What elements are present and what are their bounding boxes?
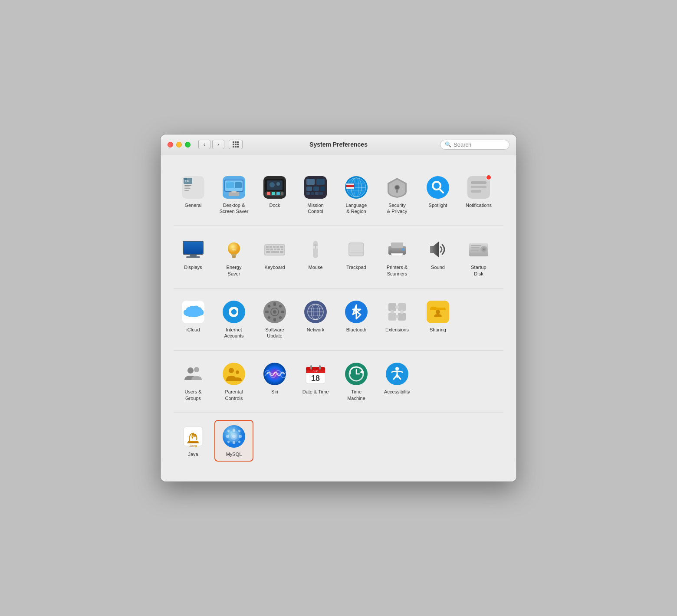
svg-rect-14	[184, 187, 190, 187]
grid-view-button[interactable]	[229, 140, 243, 149]
back-button[interactable]: ‹	[198, 140, 210, 149]
system-preferences-window: ‹ › System Preferences 🔍	[161, 134, 516, 482]
svg-point-172	[395, 367, 399, 370]
pref-accessibility[interactable]: Accessibility	[378, 357, 417, 406]
pref-trackpad[interactable]: Trackpad	[337, 233, 376, 281]
dock-label: Dock	[269, 202, 280, 208]
pref-startup[interactable]: StartupDisk	[459, 233, 498, 281]
trackpad-label: Trackpad	[346, 264, 366, 270]
pref-users[interactable]: Users &Groups	[174, 357, 213, 406]
mouse-label: Mouse	[308, 264, 322, 270]
pref-keyboard[interactable]: Keyboard	[255, 233, 294, 281]
svg-text:File: File	[185, 180, 190, 182]
desktop-icon-wrap	[222, 175, 246, 200]
desktop-icon	[223, 176, 245, 199]
svg-point-74	[228, 242, 240, 255]
network-icon-wrap	[303, 300, 328, 324]
pref-sound[interactable]: Sound	[418, 233, 457, 281]
pref-java[interactable]: Java Java	[174, 420, 213, 462]
svg-rect-81	[269, 246, 272, 248]
svg-point-132	[273, 310, 276, 314]
pref-mission[interactable]: MissionControl	[296, 171, 335, 219]
pref-datetime[interactable]: 18 Jun Date & Time	[296, 357, 335, 406]
svg-rect-124	[273, 318, 276, 321]
svg-rect-24	[235, 182, 242, 188]
mouse-icon	[304, 238, 327, 261]
pref-network[interactable]: Network	[296, 295, 335, 344]
pref-sharing[interactable]: Sharing	[418, 295, 457, 344]
svg-rect-54	[346, 183, 354, 185]
software-update-icon-wrap	[263, 300, 287, 324]
pref-printers[interactable]: Printers &Scanners	[378, 233, 417, 281]
keyboard-label: Keyboard	[264, 264, 285, 270]
svg-point-118	[223, 301, 245, 323]
timemachine-label: TimeMachine	[347, 389, 365, 401]
pref-language[interactable]: Language& Region	[337, 171, 376, 219]
search-input[interactable]	[454, 141, 505, 148]
icloud-icon-wrap	[181, 300, 205, 324]
startup-icon	[467, 238, 490, 261]
general-icon-wrap: File	[181, 175, 205, 200]
svg-point-94	[314, 244, 317, 246]
notifications-icon-wrap	[467, 175, 491, 200]
extensions-icon	[386, 301, 408, 323]
pref-siri[interactable]: Siri	[255, 357, 294, 406]
pref-dock[interactable]: Dock	[255, 171, 294, 219]
pref-timemachine[interactable]: TimeMachine	[337, 357, 376, 406]
startup-label: StartupDisk	[471, 264, 486, 277]
displays-icon	[182, 238, 204, 261]
pref-desktop[interactable]: Desktop &Screen Saver	[214, 171, 253, 219]
minimize-button[interactable]	[176, 142, 182, 147]
svg-rect-23	[227, 181, 230, 183]
pref-security[interactable]: Security& Privacy	[378, 171, 417, 219]
general-icon: File	[182, 176, 204, 199]
mysql-icon-wrap	[222, 424, 246, 449]
datetime-label: Date & Time	[302, 389, 329, 395]
search-box[interactable]: 🔍	[440, 140, 509, 150]
svg-point-112	[483, 249, 485, 250]
pref-mouse[interactable]: Mouse	[296, 233, 335, 281]
pref-extensions[interactable]: Extensions	[378, 295, 417, 344]
pref-general[interactable]: File General	[174, 171, 213, 219]
users-icon-wrap	[181, 362, 205, 386]
startup-icon-wrap	[467, 237, 491, 262]
svg-rect-123	[273, 302, 276, 306]
svg-rect-181	[233, 429, 235, 432]
svg-rect-40	[320, 187, 325, 191]
svg-point-145	[395, 305, 399, 309]
pref-software-update[interactable]: SoftwareUpdate	[255, 295, 294, 344]
svg-rect-182	[233, 441, 235, 444]
software-update-label: SoftwareUpdate	[265, 327, 284, 339]
pref-mysql[interactable]: MySQL	[214, 420, 253, 462]
svg-rect-87	[274, 249, 276, 250]
pref-internet-accounts[interactable]: InternetAccounts	[214, 295, 253, 344]
security-label: Security& Privacy	[387, 202, 407, 215]
svg-rect-37	[316, 179, 325, 185]
pref-displays[interactable]: Displays	[174, 233, 213, 281]
svg-rect-39	[313, 187, 319, 191]
titlebar: ‹ › System Preferences 🔍	[161, 134, 516, 155]
maximize-button[interactable]	[185, 142, 191, 147]
svg-rect-71	[190, 255, 197, 256]
language-label: Language& Region	[346, 202, 367, 215]
pref-notifications[interactable]: Notifications	[459, 171, 498, 219]
accessibility-icon-wrap	[385, 362, 409, 386]
pref-parental[interactable]: ParentalControls	[214, 357, 253, 406]
spotlight-label: Spotlight	[429, 202, 447, 208]
svg-rect-90	[266, 251, 270, 253]
pref-spotlight[interactable]: Spotlight	[418, 171, 457, 219]
svg-rect-38	[306, 187, 312, 191]
svg-point-103	[402, 248, 404, 251]
svg-point-147	[391, 310, 394, 314]
pref-bluetooth[interactable]: Bluetooth	[337, 295, 376, 344]
svg-rect-15	[184, 188, 191, 189]
svg-rect-174	[188, 441, 198, 442]
internet-grid: iCloud InternetAccounts	[174, 295, 503, 344]
forward-button[interactable]: ›	[212, 140, 224, 149]
pref-energy[interactable]: EnergySaver	[214, 233, 253, 281]
pref-icloud[interactable]: iCloud	[174, 295, 213, 344]
close-button[interactable]	[168, 142, 173, 147]
section-internet: iCloud InternetAccounts	[174, 288, 503, 351]
users-label: Users &Groups	[184, 389, 201, 401]
svg-rect-141	[388, 303, 396, 311]
